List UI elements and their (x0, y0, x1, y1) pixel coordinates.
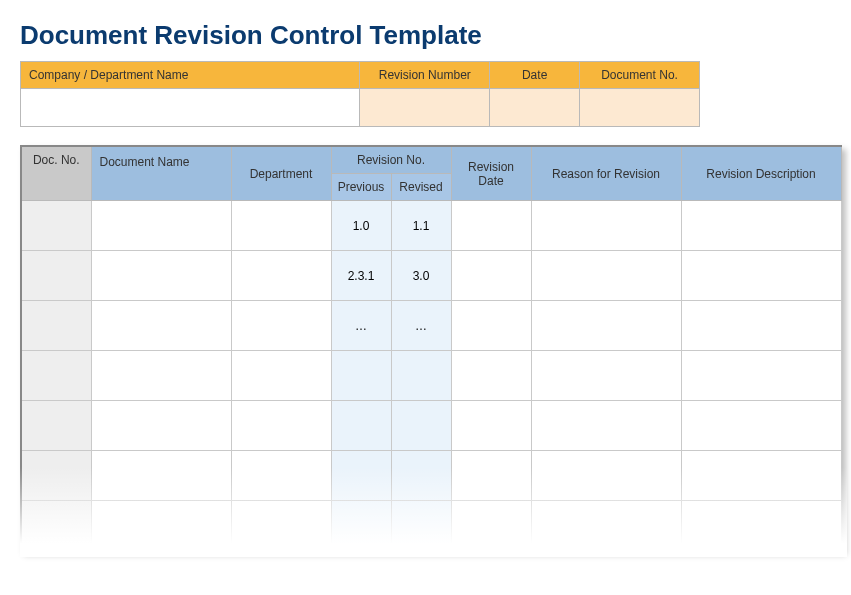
cell-department[interactable] (231, 201, 331, 251)
info-value-row (21, 89, 700, 127)
info-value-company[interactable] (21, 89, 360, 127)
main-table-wrapper: Doc. No. Document Name Department Revisi… (20, 145, 841, 551)
cell-previous[interactable] (331, 501, 391, 551)
info-header-revision-number: Revision Number (360, 62, 490, 89)
header-doc-name: Document Name (91, 146, 231, 201)
cell-doc-no[interactable] (21, 201, 91, 251)
cell-department[interactable] (231, 501, 331, 551)
cell-department[interactable] (231, 451, 331, 501)
cell-revision-date[interactable] (451, 351, 531, 401)
info-header-company: Company / Department Name (21, 62, 360, 89)
info-header-document-no: Document No. (580, 62, 700, 89)
cell-revision-date[interactable] (451, 501, 531, 551)
cell-doc-no[interactable] (21, 251, 91, 301)
info-value-document-no[interactable] (580, 89, 700, 127)
cell-department[interactable] (231, 351, 331, 401)
header-reason: Reason for Revision (531, 146, 681, 201)
cell-reason[interactable] (531, 501, 681, 551)
cell-doc-no[interactable] (21, 501, 91, 551)
info-value-revision-number[interactable] (360, 89, 490, 127)
cell-previous[interactable] (331, 401, 391, 451)
cell-doc-name[interactable] (91, 201, 231, 251)
cell-doc-no[interactable] (21, 401, 91, 451)
cell-doc-no[interactable] (21, 451, 91, 501)
cell-description[interactable] (681, 501, 841, 551)
header-doc-no: Doc. No. (21, 146, 91, 201)
table-row (21, 401, 841, 451)
header-revision-no: Revision No. (331, 146, 451, 174)
cell-description[interactable] (681, 251, 841, 301)
table-row (21, 501, 841, 551)
cell-description[interactable] (681, 401, 841, 451)
cell-description[interactable] (681, 351, 841, 401)
info-table: Company / Department Name Revision Numbe… (20, 61, 700, 127)
cell-doc-name[interactable] (91, 501, 231, 551)
cell-revision-date[interactable] (451, 451, 531, 501)
cell-doc-name[interactable] (91, 401, 231, 451)
cell-reason[interactable] (531, 401, 681, 451)
cell-revised[interactable]: 1.1 (391, 201, 451, 251)
cell-reason[interactable] (531, 201, 681, 251)
cell-previous[interactable]: 2.3.1 (331, 251, 391, 301)
table-row (21, 351, 841, 401)
cell-reason[interactable] (531, 351, 681, 401)
cell-description[interactable] (681, 301, 841, 351)
cell-revision-date[interactable] (451, 201, 531, 251)
cell-revised[interactable]: 3.0 (391, 251, 451, 301)
info-header-row: Company / Department Name Revision Numbe… (21, 62, 700, 89)
cell-revised[interactable] (391, 351, 451, 401)
cell-doc-name[interactable] (91, 301, 231, 351)
cell-revision-date[interactable] (451, 251, 531, 301)
page-title: Document Revision Control Template (20, 20, 831, 51)
cell-reason[interactable] (531, 451, 681, 501)
cell-reason[interactable] (531, 301, 681, 351)
cell-doc-no[interactable] (21, 351, 91, 401)
cell-revision-date[interactable] (451, 301, 531, 351)
cell-department[interactable] (231, 401, 331, 451)
table-row: …… (21, 301, 841, 351)
cell-previous[interactable]: 1.0 (331, 201, 391, 251)
info-header-date: Date (490, 62, 580, 89)
cell-revised[interactable]: … (391, 301, 451, 351)
revision-table: Doc. No. Document Name Department Revisi… (20, 145, 842, 551)
main-header-row-1: Doc. No. Document Name Department Revisi… (21, 146, 841, 174)
header-department: Department (231, 146, 331, 201)
cell-revision-date[interactable] (451, 401, 531, 451)
cell-department[interactable] (231, 251, 331, 301)
cell-description[interactable] (681, 201, 841, 251)
cell-doc-name[interactable] (91, 351, 231, 401)
cell-doc-no[interactable] (21, 301, 91, 351)
cell-previous[interactable] (331, 351, 391, 401)
cell-reason[interactable] (531, 251, 681, 301)
cell-previous[interactable] (331, 451, 391, 501)
cell-revised[interactable] (391, 401, 451, 451)
cell-department[interactable] (231, 301, 331, 351)
cell-revised[interactable] (391, 451, 451, 501)
cell-previous[interactable]: … (331, 301, 391, 351)
header-description: Revision Description (681, 146, 841, 201)
table-row: 1.01.1 (21, 201, 841, 251)
info-value-date[interactable] (490, 89, 580, 127)
cell-doc-name[interactable] (91, 451, 231, 501)
table-row (21, 451, 841, 501)
table-row: 2.3.13.0 (21, 251, 841, 301)
cell-revised[interactable] (391, 501, 451, 551)
header-previous: Previous (331, 174, 391, 201)
cell-doc-name[interactable] (91, 251, 231, 301)
header-revision-date: Revision Date (451, 146, 531, 201)
header-revised: Revised (391, 174, 451, 201)
cell-description[interactable] (681, 451, 841, 501)
